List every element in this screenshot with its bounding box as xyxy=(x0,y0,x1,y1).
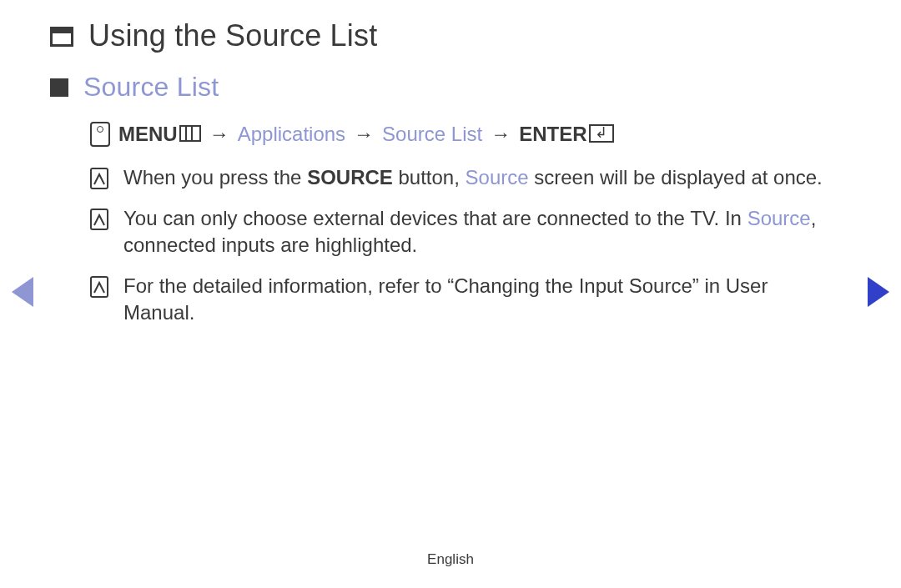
prev-page-button[interactable] xyxy=(12,277,33,307)
note-text: When you press the SOURCE button, Source… xyxy=(123,164,831,191)
page-title-row: Using the Source List xyxy=(50,18,831,53)
section-icon xyxy=(50,27,73,47)
footer-language: English xyxy=(0,551,901,568)
text-fragment: For the detailed information, refer to “… xyxy=(123,274,768,324)
path-step-source-list: Source List xyxy=(382,121,482,148)
subsection-title: Source List xyxy=(83,72,219,103)
enter-label: ENTER xyxy=(519,121,613,148)
menu-path: MENU → Applications → Source List → ENTE… xyxy=(90,121,831,148)
note-icon xyxy=(90,276,108,298)
square-bullet-icon xyxy=(50,78,68,97)
path-step-applications: Applications xyxy=(238,121,345,148)
text-fragment: screen will be displayed at once. xyxy=(529,166,823,188)
next-page-button[interactable] xyxy=(868,277,889,307)
text-accent: Source xyxy=(466,166,529,188)
text-fragment: When you press the xyxy=(123,166,307,188)
note-text: For the detailed information, refer to “… xyxy=(123,273,831,327)
text-bold: SOURCE xyxy=(307,166,393,188)
menu-text: MENU xyxy=(118,123,178,145)
menu-button-icon xyxy=(179,125,201,142)
note-icon xyxy=(90,168,108,189)
text-fragment: button, xyxy=(393,166,466,188)
enter-button-icon xyxy=(589,124,614,143)
svg-rect-2 xyxy=(91,277,108,297)
svg-rect-1 xyxy=(91,209,108,229)
remote-icon xyxy=(90,122,110,147)
menu-label: MENU xyxy=(118,121,201,148)
manual-page: Using the Source List Source List MENU →… xyxy=(0,0,901,326)
page-title: Using the Source List xyxy=(88,18,377,53)
subsection-row: Source List xyxy=(50,72,831,103)
text-fragment: You can only choose external devices tha… xyxy=(123,207,747,229)
content-body: MENU → Applications → Source List → ENTE… xyxy=(90,121,831,326)
note-item: You can only choose external devices tha… xyxy=(90,205,831,259)
svg-rect-0 xyxy=(91,168,108,188)
note-item: When you press the SOURCE button, Source… xyxy=(90,164,831,191)
note-icon xyxy=(90,209,108,230)
path-separator: → xyxy=(354,121,374,148)
enter-text: ENTER xyxy=(519,123,586,145)
path-separator: → xyxy=(491,121,511,148)
note-item: For the detailed information, refer to “… xyxy=(90,273,831,327)
path-separator: → xyxy=(209,121,229,148)
note-text: You can only choose external devices tha… xyxy=(123,205,831,259)
text-accent: Source xyxy=(747,207,811,229)
